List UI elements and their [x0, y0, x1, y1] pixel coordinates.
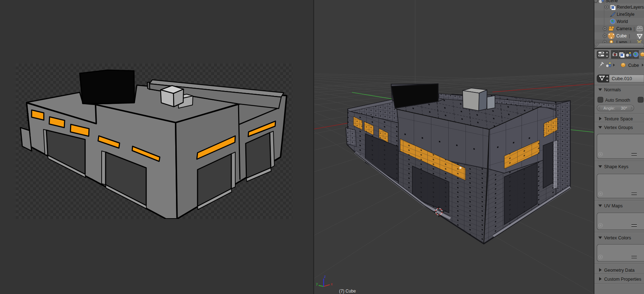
svg-text:Custom Properties: Custom Properties [604, 277, 641, 282]
svg-text:x: x [331, 282, 333, 286]
svg-text:World: World [617, 19, 628, 24]
svg-text:|: | [634, 26, 635, 31]
svg-text:|: | [629, 33, 630, 38]
svg-text:Vertex Colors: Vertex Colors [604, 235, 631, 240]
svg-text:Scene: Scene [606, 0, 618, 3]
svg-text:LineStyle: LineStyle [617, 12, 635, 17]
svg-text:Texture Space: Texture Space [604, 116, 633, 121]
svg-text:Cube: Cube [616, 33, 627, 38]
svg-text:Angle:: Angle: [603, 106, 615, 110]
svg-text:Cube: Cube [628, 63, 639, 68]
svg-text:z: z [324, 275, 326, 279]
svg-text:UV Maps: UV Maps [604, 203, 622, 208]
svg-text:Geometry Data: Geometry Data [604, 268, 635, 273]
svg-text:Camera: Camera [616, 26, 632, 31]
svg-text:Vertex Groups: Vertex Groups [604, 125, 633, 130]
svg-text:30°: 30° [621, 106, 627, 110]
svg-text:Cube.010: Cube.010 [612, 76, 632, 81]
svg-text:y: y [316, 282, 318, 286]
svg-text:Shape Keys: Shape Keys [604, 164, 628, 169]
svg-text:Auto Smooth: Auto Smooth [605, 98, 630, 103]
svg-text:Normals: Normals [604, 87, 621, 92]
svg-text:RenderLayers: RenderLayers [617, 5, 644, 10]
svg-text:(7) Cube: (7) Cube [339, 289, 356, 294]
